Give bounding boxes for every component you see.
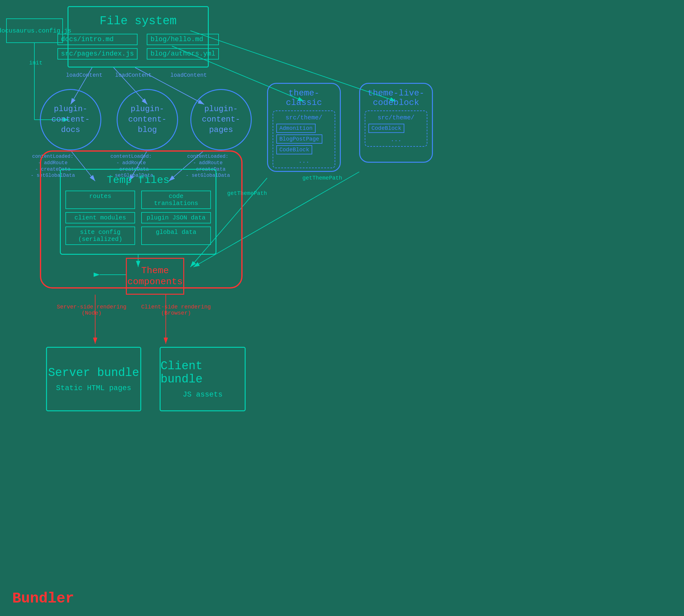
theme-live-dots: ...	[368, 136, 424, 143]
theme-components-box: Themecomponents	[126, 258, 184, 295]
theme-live-comp-0: CodeBlock	[368, 124, 404, 133]
temp-files-box: Temp files routes code translations clie…	[60, 169, 216, 255]
plugin-pages-circle: plugin-content-pages	[190, 89, 252, 150]
file-item-3: blog/authors.yml	[147, 48, 219, 60]
diagram-container: docusaurus.config.js File system docs/in…	[0, 0, 684, 616]
file-item-2: src/pages/index.js	[58, 48, 138, 60]
plugin-blog-circle: plugin-content-blog	[117, 89, 178, 150]
client-side-label: Client-side rendering(Browser)	[141, 304, 211, 316]
temp-item-5: global data	[141, 226, 211, 245]
config-label: docusaurus.config.js	[0, 27, 71, 35]
theme-classic-src-label: src/theme/	[276, 114, 332, 121]
temp-item-4: site config (serialized)	[65, 226, 135, 245]
client-bundle-box: Client bundle JS assets	[159, 347, 245, 411]
theme-classic-comp-0: Admonition	[276, 124, 316, 133]
temp-files-grid: routes code translations client modules …	[65, 191, 211, 245]
temp-files-title: Temp files	[107, 174, 169, 186]
server-side-label: Server-side rendering(Node)	[57, 304, 127, 316]
server-bundle-sub: Static HTML pages	[56, 384, 131, 392]
theme-live-box: theme-live-codeblock src/theme/ CodeBloc…	[359, 83, 433, 163]
file-system-title: File system	[100, 15, 177, 28]
server-bundle-title: Server bundle	[48, 366, 139, 379]
plugin-blog-label: plugin-content-blog	[128, 104, 167, 135]
theme-components-label: Themecomponents	[127, 265, 183, 287]
theme-classic-comp-1: BlogPostPage	[276, 134, 322, 144]
plugin-pages-label: plugin-content-pages	[202, 104, 240, 135]
temp-item-1: code translations	[141, 191, 211, 209]
theme-classic-dots: ...	[276, 157, 332, 164]
client-bundle-sub: JS assets	[183, 390, 222, 399]
file-system-box: File system docs/intro.md blog/hello.md …	[67, 6, 209, 68]
init-label: init	[29, 60, 42, 66]
load-content-3-label: loadContent	[170, 72, 207, 78]
theme-live-inner: src/theme/ CodeBlock ...	[365, 110, 427, 147]
temp-item-0: routes	[65, 191, 135, 209]
theme-classic-comp-2: CodeBlock	[276, 145, 312, 154]
load-content-2-label: loadContent	[115, 72, 152, 78]
theme-classic-box: theme-classic src/theme/ Admonition Blog…	[267, 83, 341, 172]
server-bundle-box: Server bundle Static HTML pages	[46, 347, 141, 411]
temp-item-2: client modules	[65, 212, 135, 223]
plugin-docs-label: plugin-content-docs	[51, 104, 90, 135]
load-content-1-label: loadContent	[66, 72, 103, 78]
get-theme-path-2: getThemePath	[302, 175, 342, 181]
file-item-0: docs/intro.md	[58, 34, 138, 45]
client-bundle-title: Client bundle	[161, 359, 245, 386]
theme-live-title: theme-live-codeblock	[368, 88, 425, 107]
theme-live-src-label: src/theme/	[368, 114, 424, 121]
theme-classic-inner: src/theme/ Admonition BlogPostPage CodeB…	[273, 110, 335, 168]
file-item-1: blog/hello.md	[147, 34, 219, 45]
bundler-label: Bundler	[12, 590, 74, 607]
config-box: docusaurus.config.js	[6, 18, 63, 43]
file-items-grid: docs/intro.md blog/hello.md src/pages/in…	[58, 34, 219, 60]
temp-item-3: plugin JSON data	[141, 212, 211, 223]
plugin-docs-circle: plugin-content-docs	[40, 89, 101, 150]
theme-classic-title: theme-classic	[273, 88, 335, 107]
